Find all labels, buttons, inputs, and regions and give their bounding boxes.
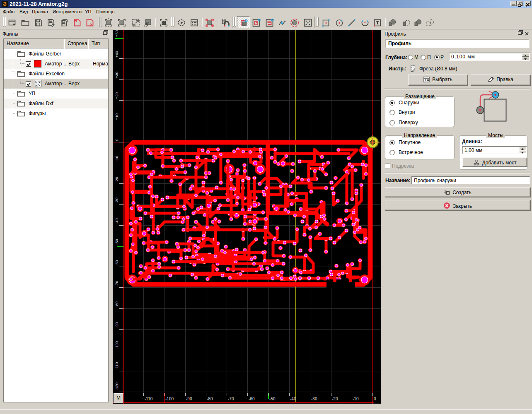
svg-text:0: 0 <box>374 397 376 401</box>
svg-text:-100: -100 <box>165 397 174 401</box>
svg-text:-50: -50 <box>114 239 119 245</box>
svg-text:-30: -30 <box>114 197 119 203</box>
svg-text:-10: -10 <box>353 397 359 401</box>
svg-text:-70: -70 <box>228 397 234 401</box>
svg-text:-60: -60 <box>249 397 255 401</box>
svg-text:-90: -90 <box>186 397 192 401</box>
svg-text:-120: -120 <box>114 383 119 390</box>
svg-text:-20: -20 <box>332 397 338 401</box>
svg-text:-70: -70 <box>114 281 119 286</box>
svg-text:+30: +30 <box>114 72 119 78</box>
svg-text:-10: -10 <box>114 156 119 161</box>
svg-text:0: 0 <box>114 139 119 141</box>
svg-text:-30: -30 <box>311 397 317 401</box>
svg-text:+40: +40 <box>114 51 119 58</box>
svg-text:-40: -40 <box>114 218 119 224</box>
svg-text:-40: -40 <box>290 397 296 401</box>
svg-text:+10: +10 <box>114 113 119 120</box>
svg-text:-100: -100 <box>114 341 119 349</box>
svg-text:-110: -110 <box>114 362 119 370</box>
svg-text:+50: +50 <box>114 30 119 37</box>
svg-text:-60: -60 <box>114 260 119 266</box>
svg-text:-90: -90 <box>114 322 119 328</box>
svg-text:-50: -50 <box>269 397 276 401</box>
svg-text:-80: -80 <box>207 397 213 401</box>
svg-text:-80: -80 <box>114 301 119 307</box>
svg-text:+20: +20 <box>114 92 119 99</box>
svg-text:-20: -20 <box>114 177 119 183</box>
svg-text:-110: -110 <box>145 397 153 401</box>
